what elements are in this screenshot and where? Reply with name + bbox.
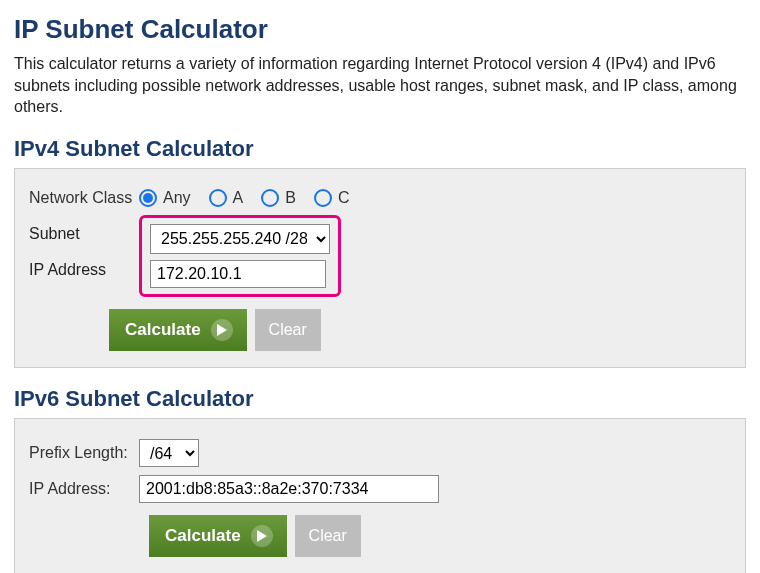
network-class-label: Network Class	[29, 189, 139, 207]
prefix-label: Prefix Length:	[29, 444, 139, 462]
ipv6-ip-row: IP Address:	[29, 475, 731, 503]
play-icon	[251, 525, 273, 547]
highlight-box: 255.255.255.240 /28	[139, 215, 341, 297]
calculate-button[interactable]: Calculate	[109, 309, 247, 351]
calculate-button-label: Calculate	[165, 526, 241, 546]
radio-any-label: Any	[163, 189, 191, 207]
ipv6-heading: IPv6 Subnet Calculator	[14, 386, 746, 412]
ipv4-heading: IPv4 Subnet Calculator	[14, 136, 746, 162]
subnet-label: Subnet	[29, 225, 80, 243]
ip-address-input[interactable]	[150, 260, 326, 288]
subnet-select[interactable]: 255.255.255.240 /28	[150, 224, 330, 254]
ipv6-ip-label: IP Address:	[29, 480, 139, 498]
calculate-button[interactable]: Calculate	[149, 515, 287, 557]
radio-circle-icon	[139, 189, 157, 207]
network-class-radios: Any A B C	[139, 189, 349, 207]
svg-marker-1	[257, 530, 267, 542]
radio-any[interactable]: Any	[139, 189, 191, 207]
prefix-select[interactable]: /64	[139, 439, 199, 467]
ipv4-panel: Network Class Any A B C Subnet	[14, 168, 746, 368]
ipv4-button-row: Calculate Clear	[29, 309, 731, 351]
ip-address-label: IP Address	[29, 261, 106, 279]
ipv6-panel: Prefix Length: /64 IP Address: Calculate…	[14, 418, 746, 573]
radio-b-label: B	[285, 189, 296, 207]
clear-button[interactable]: Clear	[295, 515, 361, 557]
page-title: IP Subnet Calculator	[14, 14, 746, 45]
radio-b[interactable]: B	[261, 189, 296, 207]
radio-circle-icon	[314, 189, 332, 207]
intro-text: This calculator returns a variety of inf…	[14, 53, 746, 118]
radio-a[interactable]: A	[209, 189, 244, 207]
radio-c[interactable]: C	[314, 189, 350, 207]
prefix-row: Prefix Length: /64	[29, 439, 731, 467]
radio-circle-icon	[209, 189, 227, 207]
radio-circle-icon	[261, 189, 279, 207]
radio-c-label: C	[338, 189, 350, 207]
ipv6-button-row: Calculate Clear	[29, 515, 731, 557]
calculate-button-label: Calculate	[125, 320, 201, 340]
network-class-row: Network Class Any A B C	[29, 189, 731, 207]
ipv6-ip-input[interactable]	[139, 475, 439, 503]
play-icon	[211, 319, 233, 341]
clear-button[interactable]: Clear	[255, 309, 321, 351]
radio-a-label: A	[233, 189, 244, 207]
svg-marker-0	[217, 324, 227, 336]
